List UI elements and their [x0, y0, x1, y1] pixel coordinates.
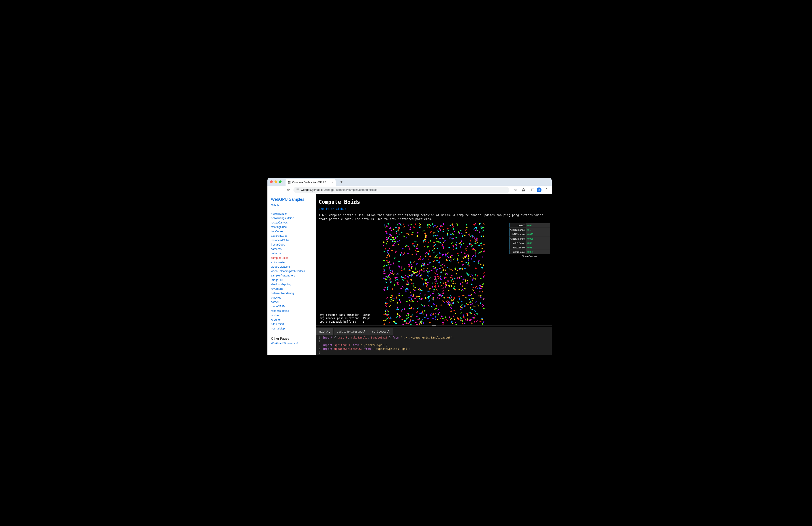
toolbar: ← → ⟳ webgpu.github.io/webgpu-samples/sa…	[267, 186, 552, 194]
sidebar-item-computeBoids[interactable]: computeBoids	[271, 256, 313, 260]
reload-button[interactable]: ⟳	[286, 187, 291, 193]
gui-row-rule3Distance[interactable]: rule3Distance0.025	[509, 237, 550, 241]
gui-label: rule1Scale	[509, 241, 526, 245]
sidebar-item-cubemap[interactable]: cubemap	[271, 251, 313, 256]
sidebar-item-A-buffer[interactable]: A-buffer	[271, 317, 313, 322]
back-button[interactable]: ←	[270, 187, 275, 193]
tab-overflow-icon[interactable]: ⌄	[545, 180, 549, 184]
sidebar-item-renderBundles[interactable]: renderBundles	[271, 309, 313, 313]
gui-value-input[interactable]: 0.04	[526, 223, 550, 227]
sidebar-item-videoUploadingWebCodecs[interactable]: videoUploadingWebCodecs	[271, 269, 313, 273]
tab-title: Compute Boids - WebGPU S…	[292, 181, 329, 184]
canvas-area: avg compute pass duration: 886µs avg ren…	[316, 223, 552, 325]
gui-label: rule1Distance	[509, 228, 526, 232]
gui-label: rule3Distance	[509, 237, 526, 241]
gui-value-input[interactable]: 0.02	[526, 241, 550, 245]
source-tabs: main.tsupdateSprites.wgslsprite.wgsl	[316, 327, 552, 335]
code-line: 3import spriteWGSL from './sprite.wgsl';	[316, 343, 552, 347]
gui-value-input[interactable]: 0.05	[526, 245, 550, 250]
sidebar-item-instancedCube[interactable]: instancedCube	[271, 238, 313, 242]
gui-row-rule2Scale[interactable]: rule2Scale0.05	[509, 245, 550, 250]
sidebar-item-shadowMapping[interactable]: shadowMapping	[271, 282, 313, 287]
gui-value-input[interactable]: 0.025	[526, 232, 550, 236]
gui-value-input[interactable]: 0.1	[526, 228, 550, 232]
gui-row-rule2Distance[interactable]: rule2Distance0.025	[509, 232, 550, 237]
source-tab-main-ts[interactable]: main.ts	[316, 328, 333, 335]
sidebar-item-resizeCanvas[interactable]: resizeCanvas	[271, 221, 313, 225]
url-host: webgpu.github.io	[301, 188, 323, 191]
sidebar-item-videoUploading[interactable]: videoUploading	[271, 265, 313, 269]
gui-row-rule1Scale[interactable]: rule1Scale0.02	[509, 241, 550, 245]
page-title: Compute Boids	[316, 194, 552, 207]
svg-rect-1	[296, 190, 299, 190]
tab-favicon-icon	[288, 181, 291, 184]
url-path: /webgpu-samples/samples/computeBoids	[324, 188, 377, 191]
see-on-github-link[interactable]: See it on Github!	[316, 207, 351, 212]
close-window-button[interactable]	[270, 181, 273, 183]
forward-button[interactable]: →	[278, 187, 283, 193]
sidebar-item-animometer[interactable]: animometer	[271, 260, 313, 265]
gui-label: rule2Scale	[509, 245, 526, 250]
profile-button[interactable]	[537, 187, 541, 192]
sidebar: WebGPU Samples Github helloTrianglehello…	[267, 194, 316, 355]
sidebar-item-texturedCube[interactable]: texturedCube	[271, 233, 313, 238]
sidebar-item-reversedZ[interactable]: reversedZ	[271, 287, 313, 291]
sidebar-item-twoCubes[interactable]: twoCubes	[271, 229, 313, 233]
sidebar-item-gameOfLife[interactable]: gameOfLife	[271, 304, 313, 309]
gui-row-rule1Distance[interactable]: rule1Distance0.1	[509, 228, 550, 232]
sidebar-item-helloTriangleMSAA[interactable]: helloTriangleMSAA	[271, 216, 313, 221]
menu-icon[interactable]: ⋮	[544, 187, 549, 193]
code-line: 1import { assert, makeSample, SampleInit…	[316, 336, 552, 340]
sidebar-item-cameras[interactable]: cameras	[271, 247, 313, 251]
sample-main: Compute Boids See it on Github! A GPU co…	[316, 194, 552, 355]
code-line: 4import updateSpritesWGSL from './update…	[316, 347, 552, 351]
side-panel-icon[interactable]	[529, 187, 534, 193]
gui-label: deltaT	[509, 223, 526, 227]
sidebar-item-worker[interactable]: worker	[271, 313, 313, 317]
svg-rect-4	[531, 188, 534, 191]
tab-close-icon[interactable]: ×	[332, 181, 334, 184]
browser-window: Compute Boids - WebGPU S… × + ⌄ ← → ⟳ we…	[267, 178, 552, 355]
sidebar-item-imageBlur[interactable]: imageBlur	[271, 278, 313, 282]
sample-list: helloTrianglehelloTriangleMSAAresizeCanv…	[271, 212, 313, 331]
site-info-icon[interactable]	[296, 188, 299, 192]
sidebar-item-particles[interactable]: particles	[271, 296, 313, 300]
gui-label: rule3Scale	[509, 250, 526, 254]
sidebar-github-link[interactable]: Github	[271, 204, 279, 207]
gui-value-input[interactable]: 0.025	[526, 237, 550, 241]
code-line: 5	[316, 351, 552, 355]
minimize-window-button[interactable]	[275, 181, 277, 183]
extensions-icon[interactable]	[521, 187, 526, 193]
new-tab-button[interactable]: +	[339, 179, 345, 185]
maximize-window-button[interactable]	[279, 181, 281, 183]
gui-close-button[interactable]: Close Controls	[509, 254, 550, 259]
address-bar[interactable]: webgpu.github.io/webgpu-samples/samples/…	[293, 187, 509, 193]
sidebar-item-normalMap[interactable]: normalMap	[271, 326, 313, 331]
gui-row-deltaT[interactable]: deltaT0.04	[509, 223, 550, 228]
sidebar-item-fractalCube[interactable]: fractalCube	[271, 242, 313, 247]
page-description: A GPU compute particle simulation that m…	[316, 212, 552, 223]
sidebar-item-samplerParameters[interactable]: samplerParameters	[271, 273, 313, 278]
sidebar-item-deferredRendering[interactable]: deferredRendering	[271, 291, 313, 296]
source-section: main.tsupdateSprites.wgslsprite.wgsl 1im…	[316, 325, 552, 355]
gui-row-rule3Scale[interactable]: rule3Scale0.005	[509, 250, 550, 254]
source-tab-sprite-wgsl[interactable]: sprite.wgsl	[369, 328, 393, 335]
gui-value-input[interactable]: 0.005	[526, 250, 550, 254]
sidebar-item-helloTriangle[interactable]: helloTriangle	[271, 212, 313, 216]
browser-tab[interactable]: Compute Boids - WebGPU S… ×	[286, 179, 336, 186]
boids-canvas	[383, 223, 484, 325]
content: WebGPU Samples Github helloTrianglehello…	[267, 194, 552, 355]
gui-label: rule2Distance	[509, 232, 526, 236]
titlebar: Compute Boids - WebGPU S… × + ⌄	[267, 178, 552, 186]
sidebar-item-cornell[interactable]: cornell	[271, 300, 313, 304]
bookmark-icon[interactable]: ☆	[513, 187, 519, 193]
sidebar-title: WebGPU Samples	[271, 197, 313, 202]
sidebar-item-rotatingCube[interactable]: rotatingCube	[271, 225, 313, 229]
code-view: 1import { assert, makeSample, SampleInit…	[316, 335, 552, 355]
resize-grip-icon[interactable]	[432, 325, 436, 326]
sidebar-item-bitonicSort[interactable]: bitonicSort	[271, 322, 313, 326]
workload-simulator-link[interactable]: Workload Simulator ↗	[271, 342, 298, 345]
source-tab-updateSprites-wgsl[interactable]: updateSprites.wgsl	[334, 328, 369, 335]
svg-point-6	[539, 189, 540, 190]
stats-overlay: avg compute pass duration: 886µs avg ren…	[319, 313, 371, 324]
